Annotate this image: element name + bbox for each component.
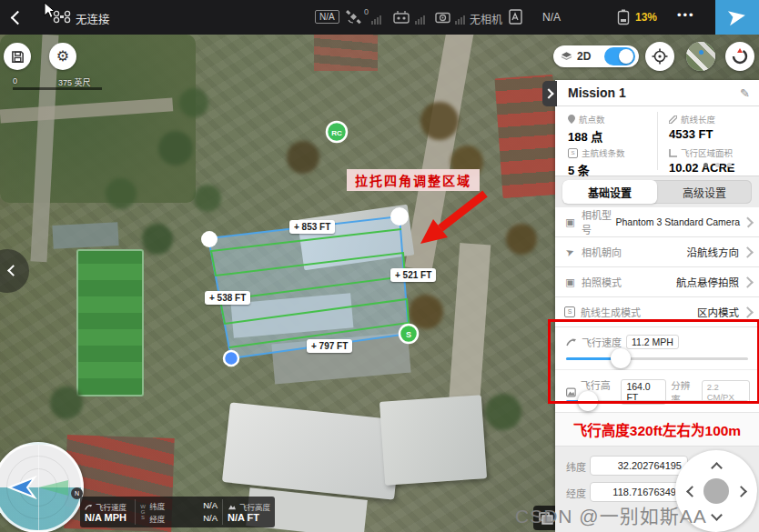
setting-camera-heading[interactable]: ➤ 相机朝向 沿航线方向	[555, 237, 759, 267]
back-button[interactable]	[11, 11, 25, 25]
2d-toggle-switch[interactable]	[604, 47, 635, 65]
speed-slider-thumb[interactable]	[611, 348, 631, 368]
takeoff-button[interactable]	[715, 0, 759, 35]
page-dot[interactable]	[727, 163, 732, 167]
camera-icon	[435, 11, 450, 24]
speed-icon	[566, 336, 577, 347]
tab-advanced-settings[interactable]: 高级设置	[657, 180, 752, 204]
photo-mode-icon: ▣	[564, 276, 576, 288]
2d-toggle-pill[interactable]: 2D	[553, 45, 639, 67]
page-dot[interactable]	[703, 163, 708, 167]
map-thumbnail	[686, 42, 715, 71]
setting-camera-model[interactable]: ▣ 相机型号 Phantom 3 Standard Camera	[555, 207, 759, 237]
longitude-field[interactable]: 118.716763493	[590, 482, 688, 502]
heading-icon: ➤	[562, 245, 578, 260]
floppy-icon	[11, 50, 25, 64]
layers-icon	[561, 51, 572, 62]
camera-icon: ▣	[564, 216, 576, 228]
speed-value-field[interactable]: 11.2 MPH	[626, 335, 679, 349]
speed-setting: 飞行速度 11.2 MPH	[555, 327, 759, 370]
chevron-right-icon	[742, 306, 754, 318]
attitude-indicator[interactable]	[0, 442, 84, 532]
page-dot[interactable]	[715, 163, 720, 167]
status-bar: 无连接 N/A 0 无相机 N/A 13% •••	[0, 0, 759, 35]
chevron-right-icon	[742, 246, 754, 258]
stat-waypoints: 航点数 188 点	[568, 113, 668, 145]
setting-photo-mode[interactable]: ▣ 拍照模式 航点悬停拍照	[555, 267, 759, 297]
crosshair-icon	[652, 48, 668, 65]
camera-signal-bars	[455, 15, 465, 25]
route-lines-icon: S	[568, 148, 578, 158]
area-icon	[669, 149, 677, 157]
gear-icon: ⚙	[56, 49, 69, 64]
telemetry-speed: 飞行速度 N/A MPH	[80, 497, 135, 527]
more-button[interactable]: •••	[677, 8, 695, 22]
latitude-field[interactable]: 32.202764195	[590, 456, 688, 476]
map-type-button[interactable]	[686, 42, 715, 71]
dpad-up[interactable]	[711, 462, 723, 474]
remote-controller-icon	[393, 10, 410, 24]
panel-header: Mission 1 ✎	[555, 80, 759, 106]
camera-status: 无相机	[470, 11, 502, 26]
aircraft-heading-arrow	[7, 476, 38, 499]
dpad-right[interactable]	[735, 486, 747, 497]
setting-route-mode[interactable]: S 航线生成模式 区内模式	[555, 297, 759, 327]
edge-length-label-bottom: + 797 FT	[307, 339, 352, 353]
mission-title: Mission 1	[568, 85, 626, 100]
dpad-left[interactable]	[686, 486, 698, 497]
chevron-right-icon	[543, 88, 553, 98]
2d-label: 2D	[577, 50, 591, 63]
altitude-setting: 飞行高度 164.0 FT 分辨率 2.2 CM/PX	[555, 370, 759, 413]
tab-basic-settings[interactable]: 基础设置	[562, 180, 657, 204]
annotation-box: 拉托四角调整区域	[347, 169, 480, 191]
airplane-icon	[726, 7, 749, 28]
altitude-slider[interactable]	[566, 400, 748, 403]
edge-length-label-right: + 521 FT	[390, 268, 436, 282]
edge-length-label-top: + 853 FT	[289, 220, 335, 234]
mouse-cursor	[44, 2, 56, 19]
locate-button[interactable]	[645, 42, 674, 71]
edit-mission-button[interactable]: ✎	[740, 86, 750, 100]
speed-slider[interactable]	[566, 357, 748, 360]
chevron-right-icon	[742, 276, 754, 288]
save-mission-button[interactable]	[4, 43, 31, 70]
altitude-slider-thumb[interactable]	[578, 391, 598, 411]
gps-signal-bars	[371, 15, 381, 25]
satellite-icon	[346, 10, 361, 25]
speed-icon	[85, 503, 93, 511]
altitude-note: 飞行高度320ft左右为100m	[555, 413, 759, 447]
waypoint-icon	[568, 115, 575, 124]
watermark: CSDN @一别如斯AA	[515, 501, 707, 528]
drone-icon	[53, 10, 71, 24]
chevron-right-icon	[743, 216, 754, 227]
rc-signal-bars	[415, 15, 425, 25]
map-scale-start: 0	[13, 76, 17, 85]
lon-label: 经度	[566, 486, 586, 500]
telemetry-bar: 飞行速度 N/A MPH WGS 纬度N/A 经度N/A 飞行高度 N/A FT	[80, 497, 275, 527]
mission-settings-button[interactable]: ⚙	[49, 43, 76, 70]
stat-route-length: 航线长度 4533 FT	[669, 113, 759, 141]
edge-length-label-left: + 538 FT	[205, 291, 250, 305]
panel-collapse-tab[interactable]	[542, 81, 557, 106]
mission-stats: 航点数 188 点 航线长度 4533 FT S主航线条数 5 条 飞行区域面积…	[555, 106, 759, 176]
stat-area: 飞行区域面积 10.02 ACRE	[669, 146, 759, 175]
connection-status: 无连接	[76, 10, 110, 27]
dpad-down[interactable]	[711, 509, 723, 521]
settings-tabs: 基础设置 高级设置	[555, 176, 759, 207]
mission-planner-app: 0 375 英尺 S RC + 853 FT + 521 FT + 53	[0, 0, 759, 532]
flight-mode-icon	[508, 9, 523, 25]
dpad-center[interactable]	[703, 478, 729, 504]
gps-count: 0	[364, 7, 369, 16]
telemetry-coords: WGS 纬度N/A 经度N/A	[136, 497, 222, 527]
telemetry-altitude: 飞行高度 N/A FT	[223, 497, 275, 527]
ruler-icon	[669, 115, 677, 124]
stat-main-lines: S主航线条数 5 条	[568, 146, 668, 178]
map-scale-end: 375 英尺	[58, 76, 91, 88]
wgs-label: WGS	[140, 504, 146, 520]
route-mode-icon: S	[564, 306, 575, 317]
battery-icon	[617, 9, 630, 25]
altitude-icon	[228, 503, 237, 510]
altitude-icon	[566, 387, 576, 397]
battery-percent: 13%	[635, 11, 657, 24]
compass-button[interactable]	[725, 42, 754, 71]
